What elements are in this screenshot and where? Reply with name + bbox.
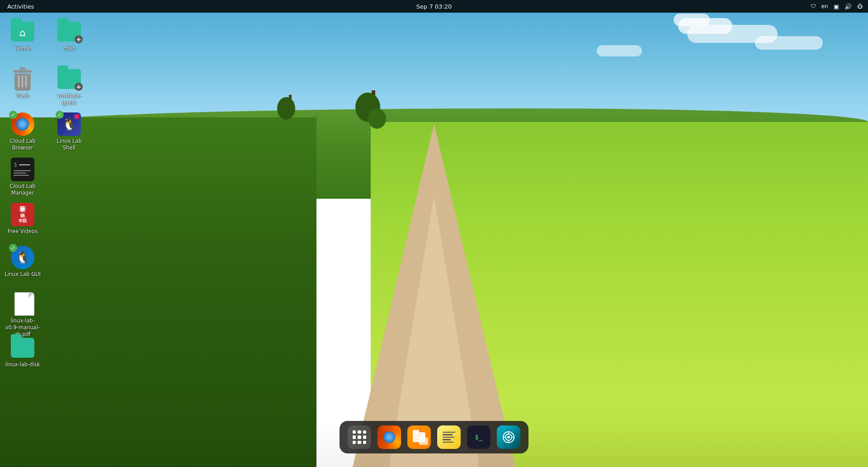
desktop-icon-free-videos[interactable]: 藜 晓 学院 Free Videos: [2, 200, 43, 238]
display-icon[interactable]: ▣: [834, 3, 839, 10]
power-icon[interactable]: ⏻: [857, 3, 863, 9]
dock-item-firefox[interactable]: [377, 425, 401, 449]
linux-lab-shell-label: Linux Lab Shell: [51, 138, 88, 151]
cloud-lab-browser-label: Cloud Lab Browser: [4, 138, 41, 151]
misc-icon-label: misc: [63, 45, 75, 52]
dock-item-lens[interactable]: [497, 425, 520, 449]
dock-item-terminal[interactable]: $_: [467, 425, 491, 449]
desktop-icon-home[interactable]: ⌂ Home: [2, 17, 43, 55]
desktop-icon-misc[interactable]: + misc: [49, 17, 90, 55]
dock-item-text-editor[interactable]: [437, 425, 461, 449]
dock: $_: [340, 421, 528, 453]
cloud-lab-manager-label: Cloud Lab Manager: [4, 183, 41, 196]
linux-lab-gui-label: Linux Lab GUI: [5, 271, 41, 278]
dock-item-file-manager[interactable]: [407, 425, 431, 449]
topbar-right: 🛡 en ▣ 🔊 ⏻: [811, 3, 863, 10]
volume-icon[interactable]: 🔊: [844, 3, 852, 10]
dock-item-apps-grid[interactable]: [348, 425, 371, 449]
topbar-left: Activities: [5, 2, 36, 11]
home-icon-label: Home: [15, 45, 30, 52]
linux-lab-disk-label: linux-lab-disk: [5, 361, 40, 368]
desktop-icon-trash[interactable]: Trash: [2, 65, 43, 102]
svg-point-2: [507, 436, 510, 439]
vmshare-icon-label: vmshare-guest: [51, 93, 88, 106]
activities-button[interactable]: Activities: [5, 2, 36, 11]
topbar-datetime: Sep 7 03:20: [416, 3, 452, 10]
desktop-icon-linux-lab-gui[interactable]: ✓ 🐧 Linux Lab GUI: [2, 243, 43, 280]
trash-icon-label: Trash: [16, 93, 29, 99]
shield-icon: 🛡: [811, 3, 816, 9]
desktop-icon-linux-lab-shell[interactable]: ✓ 🐧 Linux Lab Shell: [49, 110, 90, 154]
desktop-icon-vmshare[interactable]: + vmshare-guest: [49, 65, 90, 109]
topbar: Activities Sep 7 03:20 🛡 en ▣ 🔊 ⏻: [0, 0, 868, 13]
desktop-icon-cloud-lab-browser[interactable]: ✓ Cloud Lab Browser: [2, 110, 43, 154]
desktop-icon-cloud-lab-manager[interactable]: $ Cloud Lab Manager: [2, 155, 43, 199]
desktop: ⌂ Home + misc: [0, 13, 868, 467]
desktop-icon-linux-lab-disk[interactable]: linux-lab-disk: [2, 333, 43, 371]
lens-icon: [501, 430, 516, 444]
language-indicator[interactable]: en: [821, 3, 828, 9]
desktop-icon-linux-lab-pdf[interactable]: linux-lab-v0.9-manual-zh.pdf: [2, 290, 43, 341]
free-videos-label: Free Videos: [8, 228, 38, 235]
